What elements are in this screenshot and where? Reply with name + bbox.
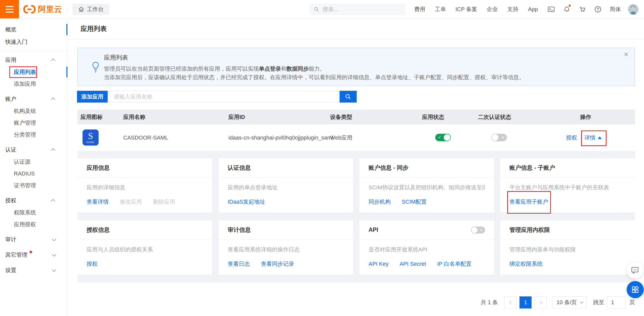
view-logs-link[interactable]: 查看日志 — [228, 260, 250, 268]
main-content: 应用列表 应用列表 管理员可以在当前页面管理已经添加的所有应用，应用可以实现单点… — [67, 18, 644, 316]
sidebar-group-label: 其它管理 — [5, 251, 27, 259]
cell-device-type: Web应用 — [330, 124, 352, 151]
banner-close-icon[interactable]: ✕ — [624, 51, 629, 58]
topnav-link-billing[interactable]: 费用 — [414, 6, 425, 13]
view-detail-link[interactable]: 查看详情 — [87, 198, 109, 206]
prev-page-button[interactable] — [504, 296, 516, 308]
sidebar-group-settings[interactable]: 设置 — [0, 264, 67, 276]
sidebar-group-authentication[interactable]: 认证 — [0, 144, 67, 156]
topnav-link-icp[interactable]: ICP 备案 — [455, 6, 477, 13]
topnav-link-app[interactable]: App — [528, 6, 538, 13]
language-switcher[interactable]: 简体 — [610, 6, 621, 13]
sidebar-group-other-management[interactable]: 其它管理 — [0, 249, 67, 261]
idaas-sso-url-link[interactable]: IDaaS发起地址 — [228, 198, 265, 206]
sidebar-item-label: 认证源 — [14, 158, 30, 166]
card-in-app-permissions: 管理应用内权限 管理应用内菜单与功能权限 绑定权限系统 — [500, 220, 635, 275]
cross-icon: ✕ — [501, 134, 504, 141]
application-name-filter-input[interactable] — [109, 91, 340, 103]
topnav-link-enterprise[interactable]: 企业 — [487, 6, 498, 13]
active-indicator-bar — [66, 24, 67, 35]
saml-app-icon: S SAML — [83, 129, 99, 146]
table-row: S SAML CASDOOR-SAML idaas-cn-shanghai-pv… — [77, 124, 635, 151]
topnav-link-support[interactable]: 支持 — [507, 6, 518, 13]
view-sub-accounts-link[interactable]: 查看应用子账户 — [509, 199, 548, 205]
card-description: 管理应用内菜单与功能权限 — [509, 246, 626, 253]
app-grid-button[interactable] — [627, 281, 644, 298]
api-key-link[interactable]: API Key — [369, 261, 388, 267]
sidebar-group-audit[interactable]: 审计 — [0, 233, 67, 246]
help-icon[interactable]: ? — [594, 5, 602, 14]
sync-org-link[interactable]: 同步机构 — [369, 198, 391, 206]
page-1-button[interactable]: 1 — [519, 296, 532, 308]
authorize-link[interactable]: 授权 — [566, 134, 577, 142]
chevron-down-icon — [52, 252, 56, 256]
page-suffix-label: 页 — [629, 299, 635, 306]
sidebar-item-auth-sources[interactable]: 认证源 — [0, 156, 67, 168]
sidebar-group-accounts[interactable]: 账户 — [0, 93, 67, 105]
global-search-box[interactable] — [309, 4, 406, 15]
feedback-chat-button[interactable] — [626, 262, 643, 279]
card-title: 管理应用内权限 — [509, 226, 550, 234]
sidebar-item-add-application[interactable]: 添加应用 — [0, 78, 67, 90]
topnav-link-tickets[interactable]: 工单 — [435, 6, 446, 13]
notification-badge-dot — [569, 5, 571, 7]
sidebar-group-authorization[interactable]: 授权 — [0, 194, 67, 207]
application-detail-panel: 应用信息 应用的详细信息 查看详情 修改应用 删除应用 认证信息 应用的单点登录… — [77, 151, 635, 283]
active-indicator-bar — [66, 67, 67, 77]
scim-config-link[interactable]: SCIM配置 — [402, 198, 427, 206]
user-avatar[interactable] — [628, 4, 638, 15]
add-application-button[interactable]: 添加应用 — [77, 91, 108, 103]
delete-app-link: 删除应用 — [153, 198, 175, 206]
detail-link[interactable]: 详情 — [584, 134, 595, 142]
sidebar-item-account-management[interactable]: 账户管理 — [0, 117, 67, 129]
card-title: 应用信息 — [87, 164, 110, 172]
col-app-name: 应用名称 — [123, 110, 145, 124]
card-description: 平台主账户与应用系统中子账户的关联表 — [509, 184, 626, 191]
authorize-card-link[interactable]: 授权 — [87, 260, 98, 268]
notifications-bell-icon[interactable] — [562, 5, 571, 14]
card-title: API — [369, 227, 378, 233]
sidebar-item-overview[interactable]: 概览 — [0, 23, 67, 36]
card-description: 查看应用系统详细的操作日志 — [228, 246, 344, 253]
col-app-status: 应用状态 — [422, 110, 444, 124]
aliyun-logo[interactable]: 阿里云 — [23, 4, 62, 15]
card-audit-info: 审计信息 查看应用系统详细的操作日志 查看日志 查看同步记录 — [219, 220, 353, 275]
api-secret-link[interactable]: API Secret — [399, 261, 426, 267]
sidebar-item-quickstart[interactable]: 快速入门 — [0, 36, 67, 48]
sidebar-item-label: 证书管理 — [14, 182, 36, 189]
hamburger-menu-icon[interactable] — [0, 0, 19, 18]
sidebar-item-radius[interactable]: RADIUS — [0, 168, 67, 179]
filter-search-button[interactable] — [340, 91, 357, 103]
app-status-toggle[interactable]: ✓ — [435, 134, 451, 141]
bind-permission-system-link[interactable]: 绑定权限系统 — [509, 260, 543, 268]
view-sync-records-link[interactable]: 查看同步记录 — [261, 260, 294, 268]
sidebar-item-permission-systems[interactable]: 权限系统 — [0, 207, 67, 218]
aliyun-logo-text: 阿里云 — [38, 4, 62, 15]
card-authorization-info: 授权信息 应用与人员组织的授权关系 授权 — [77, 220, 212, 275]
next-page-button[interactable] — [535, 296, 547, 308]
jump-to-page-input[interactable] — [607, 296, 625, 308]
workbench-button[interactable]: 工作台 — [72, 4, 109, 15]
sidebar-group-applications[interactable]: 应用 — [0, 54, 67, 66]
mfa-status-toggle[interactable]: ✕ — [491, 134, 507, 141]
col-app-id: 应用ID — [228, 110, 245, 124]
page-size-select[interactable]: 10 条/页 — [552, 296, 587, 308]
cart-icon[interactable] — [578, 5, 587, 14]
card-title: 授权信息 — [87, 226, 110, 234]
search-icon — [313, 6, 319, 12]
sidebar-item-category-management[interactable]: 分类管理 — [0, 129, 67, 141]
sidebar-group-label: 认证 — [5, 146, 16, 154]
sidebar-item-certificate-management[interactable]: 证书管理 — [0, 179, 67, 191]
console-terminal-icon[interactable] — [547, 5, 555, 14]
collapse-triangle-icon[interactable] — [598, 137, 602, 139]
api-toggle[interactable]: ✕ — [471, 227, 485, 234]
lightbulb-icon — [91, 61, 100, 74]
cell-app-id: idaas-cn-shanghai-pvl0hq0ojjpplugin_saml — [228, 124, 333, 151]
ip-whitelist-link[interactable]: IP 白名单配置 — [437, 260, 472, 268]
chat-bubble-icon — [631, 266, 639, 275]
sidebar-item-org-groups[interactable]: 机构及组 — [0, 105, 67, 117]
sidebar-item-application-authorization[interactable]: 应用授权 — [0, 218, 67, 230]
global-search-input[interactable] — [322, 6, 388, 13]
sidebar-item-application-list[interactable]: 应用列表 — [0, 66, 67, 78]
card-description: 应用的单点登录地址 — [228, 184, 344, 191]
